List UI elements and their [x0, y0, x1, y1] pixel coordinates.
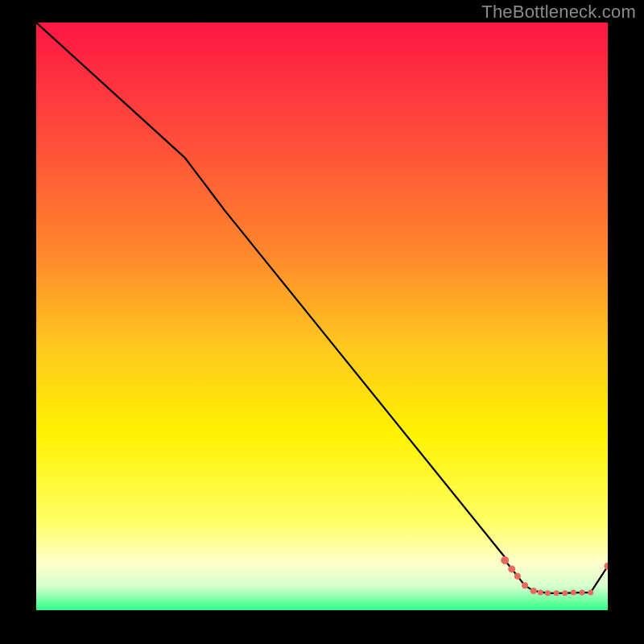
data-point: [545, 590, 551, 596]
data-point: [562, 590, 568, 596]
data-point: [580, 590, 585, 596]
data-point: [571, 590, 576, 596]
data-point: [508, 565, 515, 572]
data-point: [588, 590, 593, 596]
data-point: [530, 588, 537, 594]
chart-svg: [36, 23, 608, 610]
chart-plot: [36, 23, 608, 610]
watermark-text: TheBottleneck.com: [481, 2, 636, 23]
chart-frame: TheBottleneck.com: [0, 0, 644, 644]
data-point: [538, 590, 543, 596]
data-point: [501, 556, 509, 564]
data-point: [522, 582, 528, 588]
gradient-background: [36, 23, 608, 610]
data-point: [514, 573, 521, 580]
data-point: [554, 590, 559, 596]
